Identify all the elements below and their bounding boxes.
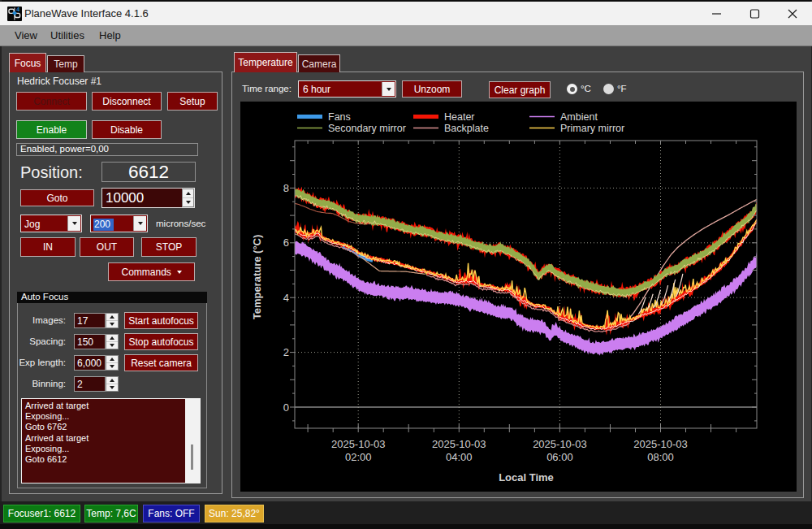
- svg-text:2: 2: [283, 346, 289, 358]
- svg-text:Primary mirror: Primary mirror: [560, 123, 624, 134]
- svg-text:06:00: 06:00: [546, 451, 573, 463]
- svg-text:Local Time: Local Time: [499, 471, 554, 483]
- svg-text:2025-10-03: 2025-10-03: [533, 438, 587, 450]
- svg-text:4: 4: [283, 292, 289, 304]
- svg-text:2025-10-03: 2025-10-03: [633, 438, 688, 450]
- svg-text:08:00: 08:00: [647, 451, 674, 463]
- svg-text:2025-10-03: 2025-10-03: [432, 438, 486, 450]
- svg-text:Fans: Fans: [328, 111, 351, 123]
- svg-text:02:00: 02:00: [345, 451, 372, 463]
- svg-text:6: 6: [283, 236, 289, 249]
- svg-text:Heater: Heater: [444, 111, 475, 123]
- svg-text:2025-10-03: 2025-10-03: [331, 438, 386, 450]
- svg-text:Backplate: Backplate: [444, 123, 489, 134]
- svg-text:Temperature (°C): Temperature (°C): [251, 235, 263, 320]
- svg-text:04:00: 04:00: [446, 451, 473, 463]
- svg-text:Secondary mirror: Secondary mirror: [328, 123, 406, 134]
- svg-text:4: 4: [16, 7, 19, 12]
- svg-text:8: 8: [283, 182, 289, 194]
- svg-text:0: 0: [283, 401, 289, 414]
- svg-text:Ambient: Ambient: [560, 111, 598, 123]
